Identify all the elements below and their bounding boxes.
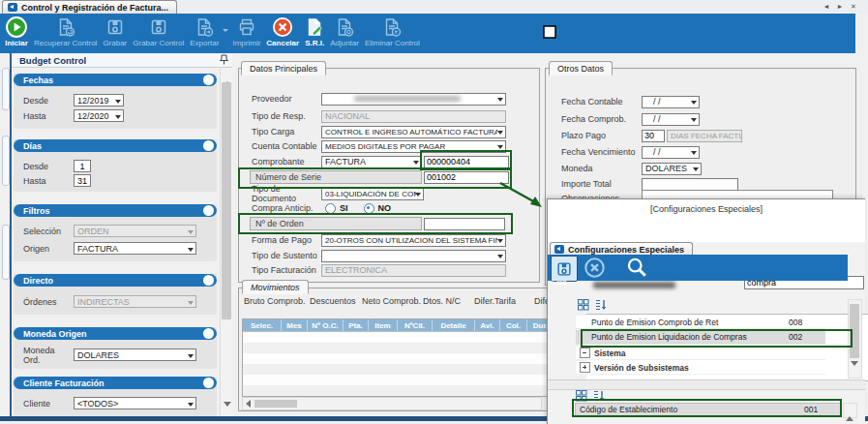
category-row-subsistemas[interactable]: Versión de Subsistemas [576, 361, 825, 375]
redacted-value [354, 96, 461, 102]
property-row-selected[interactable]: Punto de Emision Liquidacion de Compras … [576, 330, 825, 345]
property-row[interactable]: Punto de Emision Comprob de Ret 008 [576, 316, 825, 329]
printer-icon [237, 15, 256, 38]
eliminar-control-button[interactable]: Eliminar Control [362, 15, 423, 51]
fecha-desde-combo[interactable]: 12/2019 [74, 94, 124, 106]
tab-next-icon[interactable]: ► [834, 1, 846, 12]
comprobante-combo[interactable]: FACTURA [321, 156, 422, 168]
exportar-dropdown-arrow-icon[interactable] [222, 15, 229, 45]
scroll-up-icon[interactable] [224, 72, 231, 79]
fecha-comprob-combo[interactable]: / / [642, 113, 700, 126]
propertygrid2-scroll-up[interactable] [843, 403, 857, 418]
section-filtros-header[interactable]: Filtros [14, 204, 217, 217]
column-header[interactable]: Col. [500, 319, 527, 331]
popup-cancel-icon[interactable] [584, 257, 606, 281]
adjuntar-button[interactable]: Adjuntar [327, 15, 362, 51]
scroll-down-icon[interactable] [851, 366, 858, 374]
radio-no[interactable] [364, 203, 374, 214]
section-toggle-icon[interactable] [203, 75, 214, 85]
tab-prev-icon[interactable]: ◄ [821, 1, 832, 12]
section-cliente-facturacion: Cliente Facturación Cliente <TODOS> [14, 377, 217, 416]
tipo-carga-combo[interactable]: CONTROL E INGRESO AUTOMÁTICO FACTURAS DE… [321, 126, 506, 138]
column-header[interactable]: Detalle [433, 319, 475, 331]
fecha-hasta-combo[interactable]: 12/2020 [74, 109, 124, 122]
scrollbar-thumb[interactable] [254, 400, 297, 408]
tab-configuraciones-especiales[interactable]: Configuraciones Especiales [550, 242, 693, 256]
sort-az-icon[interactable] [593, 390, 605, 402]
forma-pago-combo[interactable]: 20-OTROS CON UTILIZACION DEL SISTEMA FIN… [321, 234, 506, 247]
popup-search-icon[interactable] [625, 256, 649, 282]
document-export-icon [195, 15, 214, 38]
column-header[interactable]: Mes [282, 319, 308, 331]
scroll-left-icon[interactable] [246, 400, 251, 408]
dia-hasta-input[interactable] [74, 174, 91, 187]
tab-control-registracion[interactable]: Control y Registración de Factura... [2, 0, 177, 14]
importe-total-input[interactable] [642, 178, 738, 191]
no-orden-input[interactable] [424, 218, 505, 230]
column-header[interactable]: Selec. [243, 319, 282, 331]
grabar-button[interactable]: Grabar [100, 15, 130, 51]
imprimir-button[interactable]: Imprimir [229, 15, 263, 51]
propertygrid1-scrollbar[interactable] [848, 299, 862, 379]
fecha-contable-combo[interactable]: / / [642, 96, 700, 108]
column-header[interactable]: Item [369, 319, 398, 331]
dock-handle[interactable] [2, 68, 10, 110]
tipo-sustento-combo[interactable] [321, 250, 506, 262]
grabar-control-button[interactable]: Grabar Control [130, 15, 187, 51]
section-toggle-icon[interactable] [203, 378, 214, 388]
origen-combo[interactable]: FACTURA [74, 242, 196, 255]
expand-icon[interactable] [580, 362, 590, 373]
scrollbar-thumb[interactable] [222, 82, 231, 319]
tab-otros-datos[interactable]: Otros Datos [549, 61, 613, 76]
dia-desde-input[interactable] [74, 160, 91, 172]
tipo-documento-combo[interactable]: 03-LIQUIDACIÓN DE COMPRA [321, 188, 424, 200]
column-header[interactable]: Avi. [475, 319, 500, 331]
section-toggle-icon[interactable] [203, 205, 214, 216]
dock-handle[interactable] [2, 225, 10, 280]
section-directo-header[interactable]: Directo [14, 274, 217, 287]
pin-icon[interactable] [220, 54, 228, 67]
column-header[interactable]: Nº O.C. [308, 319, 344, 331]
section-moneda-header[interactable]: Moneda Origen [14, 327, 217, 340]
scroll-down-icon[interactable] [224, 407, 231, 414]
tab-movimientos[interactable]: Movimientos [242, 280, 309, 294]
sri-button[interactable]: S.R.I. [302, 15, 327, 51]
grid-horizontal-scrollbar[interactable] [242, 397, 542, 410]
field-label: Órdenes [23, 297, 74, 307]
section-dias-header[interactable]: Días [14, 139, 217, 152]
radio-si[interactable] [325, 203, 336, 214]
column-header[interactable]: NºCli. [398, 319, 433, 331]
fecha-vencimiento-combo[interactable]: / / [642, 146, 700, 159]
section-toggle-icon[interactable] [203, 275, 214, 286]
popup-save-button[interactable] [551, 256, 578, 282]
categorize-icon[interactable] [576, 390, 587, 402]
numero-serie-input[interactable] [424, 171, 509, 184]
cuenta-contable-combo[interactable]: MEDIOS DIGITALES POR PAGAR [321, 140, 506, 153]
moneda-ord-combo[interactable]: DOLARES [74, 348, 196, 361]
plazo-pago-input[interactable] [642, 130, 665, 142]
category-row-sistema[interactable]: Sistema [576, 347, 825, 360]
sort-az-icon[interactable] [595, 299, 607, 311]
radio-no-label: NO [378, 203, 392, 213]
section-fechas-header[interactable]: Fechas [14, 74, 217, 86]
proveedor-combo[interactable] [321, 93, 506, 106]
recuperar-control-button[interactable]: Recuperar Control [31, 15, 100, 51]
comprobante-numero-input[interactable] [424, 156, 509, 168]
tab-close-icon[interactable]: ✕ [848, 1, 859, 12]
cliente-combo[interactable]: <TODOS> [74, 397, 196, 409]
section-toggle-icon[interactable] [203, 140, 214, 151]
tab-datos-principales[interactable]: Datos Principales [241, 61, 326, 76]
property-row-selected[interactable]: Código de Establecimiento 001 [575, 403, 842, 416]
exportar-button[interactable]: Exportar [187, 15, 222, 51]
iniciar-button[interactable]: Iniciar [2, 15, 31, 51]
collapse-icon[interactable] [580, 348, 590, 358]
section-toggle-icon[interactable] [203, 328, 214, 339]
scrollbar-thumb[interactable] [850, 304, 859, 358]
categorize-icon[interactable] [578, 299, 589, 311]
sidebar-scrollbar[interactable] [220, 69, 233, 417]
column-header[interactable]: Pta. [344, 319, 369, 331]
section-cliente-header[interactable]: Cliente Facturación [14, 377, 217, 389]
moneda-combo[interactable]: DOLARES [642, 163, 702, 175]
cancelar-button[interactable]: Cancelar [263, 15, 302, 51]
dock-handle[interactable] [2, 136, 10, 186]
